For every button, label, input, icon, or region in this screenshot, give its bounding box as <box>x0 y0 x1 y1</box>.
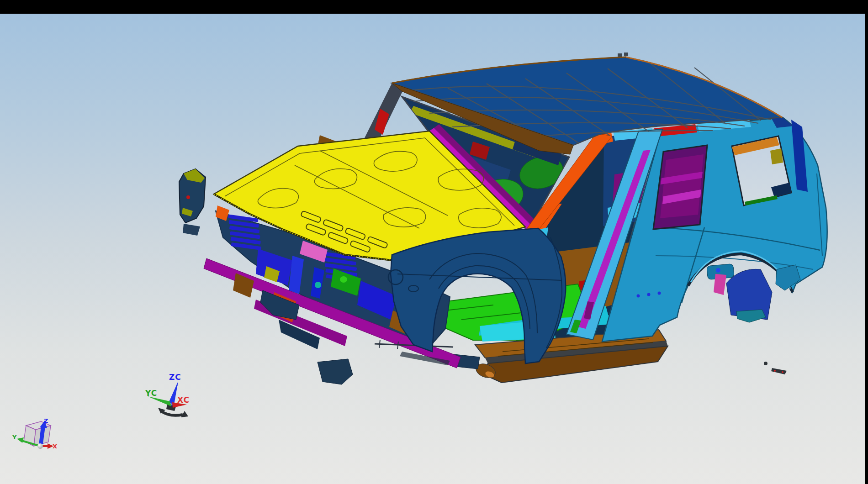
mud-flap[interactable] <box>736 310 766 322</box>
model-canvas[interactable]: ZC YC XC Z Y X <box>0 0 868 484</box>
datum-y-arrowhead <box>17 437 24 443</box>
blade-lower-bit <box>183 224 200 236</box>
wcs-y-label: YC <box>145 389 157 398</box>
wheelhouse-trim <box>714 274 726 295</box>
weld-dot <box>647 293 651 296</box>
cad-application-window: ZC YC XC Z Y X <box>0 0 868 484</box>
datum-csys[interactable]: Z Y X <box>12 417 58 450</box>
weld-dot <box>658 292 661 295</box>
suv-body-model[interactable] <box>179 53 827 384</box>
datum-y-label: Y <box>12 434 17 441</box>
window-clip <box>770 148 783 164</box>
wcs-triad[interactable]: ZC YC XC <box>145 373 190 417</box>
wcs-rotate-handle[interactable] <box>161 411 183 416</box>
door-handle-pin <box>716 268 720 273</box>
datum-x-label: X <box>53 443 58 450</box>
front-flap[interactable] <box>318 359 353 384</box>
engine-detail <box>340 276 347 283</box>
rear-interior-trim[interactable] <box>660 154 704 218</box>
rear-corner-flap[interactable] <box>776 265 800 290</box>
debris-dot <box>782 371 783 373</box>
datum-origin-sphere[interactable] <box>37 443 43 449</box>
blade-bolt <box>186 195 190 199</box>
roof-fitting <box>624 53 628 56</box>
wcs-x-label: XC <box>177 395 190 405</box>
weld-dot <box>637 295 640 298</box>
datum-z-label: Z <box>44 417 48 424</box>
front-fender[interactable] <box>391 228 566 363</box>
roof-fitting <box>618 53 622 57</box>
wcs-z-label: ZC <box>169 373 181 382</box>
hose-fitting <box>315 282 321 288</box>
debris-bolt <box>764 362 767 365</box>
debris-bracket <box>771 368 787 374</box>
debris-dot <box>774 370 776 372</box>
